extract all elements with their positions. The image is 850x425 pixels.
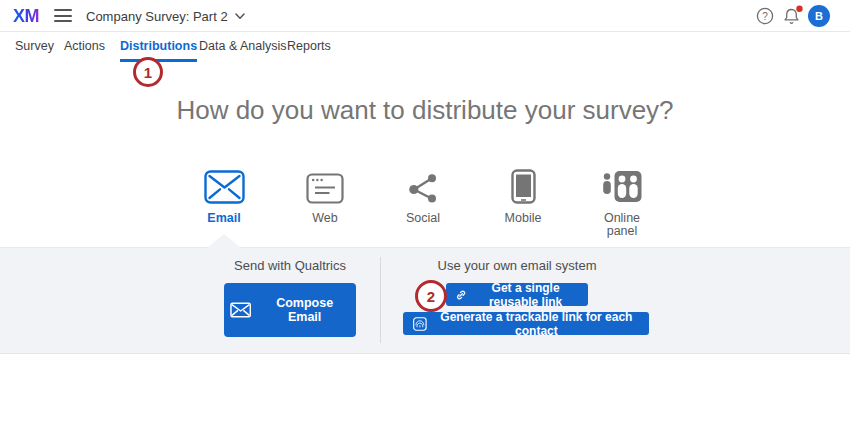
svg-text:?: ? — [762, 11, 768, 22]
generate-trackable-link-label: Generate a trackable link for each conta… — [434, 310, 639, 338]
qualtrics-distributions-page: XM Company Survey: Part 2 ? B — [0, 0, 850, 425]
channel-online-panel[interactable]: Online panel — [576, 164, 668, 238]
email-icon — [204, 170, 245, 204]
notifications-button[interactable] — [782, 5, 804, 26]
survey-switcher[interactable]: Company Survey: Part 2 — [86, 0, 245, 32]
online-panel-icon — [602, 169, 642, 204]
main-nav: Survey Actions Distributions Data & Anal… — [0, 33, 850, 61]
help-button[interactable]: ? — [756, 7, 774, 25]
avatar[interactable]: B — [808, 5, 830, 27]
channel-web-label: Web — [279, 212, 371, 225]
tab-reports[interactable]: Reports — [287, 39, 331, 59]
compose-email-button[interactable]: Compose Email — [224, 283, 356, 337]
bell-icon — [782, 5, 804, 26]
channel-social[interactable]: Social — [377, 164, 469, 225]
send-with-qualtrics-header: Send with Qualtrics — [200, 258, 380, 273]
generate-trackable-link-button[interactable]: Generate a trackable link for each conta… — [403, 312, 649, 335]
hamburger-menu-icon[interactable] — [54, 9, 72, 22]
channel-online-panel-label: Online panel — [598, 212, 646, 238]
mobile-icon — [511, 169, 536, 204]
tab-survey[interactable]: Survey — [15, 39, 54, 59]
get-single-link-label: Get a single reusable link — [473, 281, 578, 309]
selected-channel-caret — [207, 234, 241, 248]
tab-data-analysis[interactable]: Data & Analysis — [199, 39, 287, 59]
compose-email-label: Compose Email — [259, 296, 350, 324]
channel-email-label: Email — [178, 212, 270, 225]
channel-social-label: Social — [377, 212, 469, 225]
channel-mobile-label: Mobile — [477, 212, 569, 225]
fingerprint-icon — [413, 316, 427, 332]
tab-distributions[interactable]: Distributions — [120, 39, 197, 62]
channel-mobile[interactable]: Mobile — [477, 164, 569, 225]
step-1-annotation: 1 — [133, 57, 163, 87]
chevron-down-icon — [235, 13, 245, 20]
share-icon — [407, 172, 439, 204]
web-icon — [306, 173, 344, 204]
channel-email[interactable]: Email — [178, 164, 270, 225]
question-mark-icon: ? — [756, 7, 774, 25]
link-icon — [456, 288, 466, 302]
xm-logo: XM — [13, 6, 39, 27]
own-email-system-header: Use your own email system — [427, 258, 607, 273]
tab-actions[interactable]: Actions — [64, 39, 105, 59]
step-2-annotation: 2 — [415, 280, 447, 312]
panel-divider — [380, 257, 381, 343]
envelope-icon — [230, 302, 251, 318]
top-bar: XM Company Survey: Part 2 ? B — [0, 0, 850, 32]
channel-web[interactable]: Web — [279, 164, 371, 225]
survey-title: Company Survey: Part 2 — [86, 9, 228, 24]
notification-dot — [796, 6, 802, 12]
page-title: How do you want to distribute your surve… — [0, 95, 850, 126]
get-single-link-button[interactable]: Get a single reusable link — [446, 283, 588, 306]
